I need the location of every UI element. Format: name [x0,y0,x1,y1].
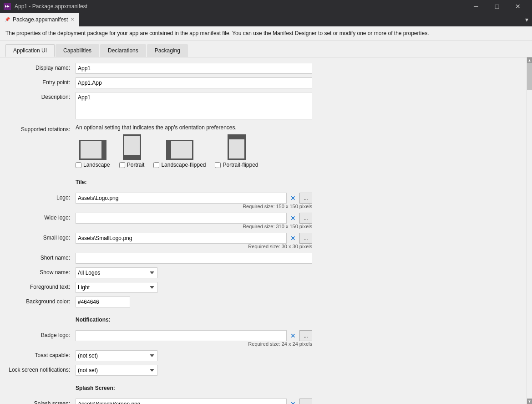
foreground-text-control: Light Dark [76,282,312,293]
show-name-control: No Logos All Logos Logo Only Wide Logo O… [76,267,312,278]
show-name-select[interactable]: No Logos All Logos Logo Only Wide Logo O… [76,267,157,278]
background-color-label: Background color: [7,297,76,305]
wide-logo-browse-button[interactable]: ... [299,213,312,224]
toast-capable-select[interactable]: (not set) Yes No [76,350,157,361]
short-name-row: Short name: [7,253,519,264]
wide-logo-req-size: Required size: 310 x 150 pixels [76,224,312,229]
small-logo-row: Small logo: ✕ ... Required size: 30 x 30… [7,233,519,249]
rotation-portrait-flipped: Portrait-flipped [215,134,258,168]
scrollbar[interactable]: ▲ ▼ [527,57,532,404]
small-logo-control: ✕ ... Required size: 30 x 30 pixels [76,233,312,249]
tab-label: Package.appxmanifest [13,16,68,23]
tab-application-ui[interactable]: Application UI [5,44,55,57]
wide-logo-input[interactable] [76,213,287,224]
tab-dropdown-button[interactable]: ▾ [522,16,532,23]
scroll-down-button[interactable]: ▼ [527,399,532,404]
logo-clear-button[interactable]: ✕ [289,194,298,203]
toast-capable-label: Toast capable: [7,350,76,358]
info-text: The properties of the deployment package… [5,30,429,36]
background-color-input[interactable] [76,297,130,307]
display-name-input[interactable] [76,63,312,74]
notifications-section-header: Notifications: [76,311,312,327]
show-name-label: Show name: [7,267,76,276]
logo-req-size: Required size: 150 x 150 pixels [76,204,312,209]
wide-logo-clear-button[interactable]: ✕ [289,214,298,223]
tab-pin-icon: 📌 [5,17,10,22]
supported-rotations-row: Supported rotations: An optional setting… [7,124,519,170]
badge-logo-label: Badge logo: [7,330,76,338]
entry-point-control [76,77,312,88]
tab-close-icon[interactable]: ✕ [71,17,74,22]
logo-label: Logo: [7,193,76,201]
small-logo-clear-button[interactable]: ✕ [289,234,298,243]
description-input[interactable]: App1 [76,92,312,119]
badge-logo-browse-button[interactable]: ... [299,330,312,341]
badge-logo-input[interactable] [76,330,287,341]
badge-logo-req-size: Required size: 24 x 24 pixels [76,341,312,347]
splash-screen-input-row: ✕ ... [76,399,312,404]
logo-browse-button[interactable]: ... [299,193,312,204]
logo-input[interactable] [76,193,287,204]
tab-bar: 📌 Package.appxmanifest ✕ ▾ [0,13,532,26]
portrait-checkbox[interactable] [119,162,125,168]
scroll-up-button[interactable]: ▲ [527,57,532,63]
restore-button[interactable]: □ [486,0,507,13]
info-bar: The properties of the deployment package… [0,26,532,41]
description-row: Description: App1 [7,92,519,121]
short-name-control [76,253,312,264]
badge-logo-clear-button[interactable]: ✕ [289,331,298,340]
splash-screen-browse-button[interactable]: ... [299,399,312,404]
form-area: Display name: Entry point: Description: … [0,57,527,404]
foreground-text-select[interactable]: Light Dark [76,282,157,293]
tile-section-header: Tile: [76,174,312,189]
wide-logo-input-row: ✕ ... [76,213,312,224]
rotation-landscape-flipped: Landscape-flipped [153,140,206,168]
title-bar: App1 - Package.appxmanifest ─ □ ✕ [0,0,532,13]
splash-screen-control: ✕ ... Required size: 620 x 300 pixels [76,399,312,404]
display-name-control [76,63,312,74]
window-controls: ─ □ ✕ [466,0,528,13]
portrait-flipped-checkbox[interactable] [215,162,221,168]
splash-spacer [7,379,76,381]
notifications-section-row: Notifications: [7,311,519,327]
lock-screen-label: Lock screen notifications: [7,365,76,373]
splash-screen-clear-button[interactable]: ✕ [289,399,298,404]
description-label: Description: [7,92,76,100]
background-color-row: Background color: [7,297,519,307]
toast-capable-row: Toast capable: (not set) Yes No [7,350,519,361]
close-button[interactable]: ✕ [507,0,528,13]
tab-declarations[interactable]: Declarations [100,44,146,57]
badge-logo-input-row: ✕ ... [76,330,312,341]
small-logo-label: Small logo: [7,233,76,241]
tab-packaging[interactable]: Packaging [147,44,188,57]
logo-control: ✕ ... Required size: 150 x 150 pixels [76,193,312,209]
landscape-checkbox[interactable] [76,162,81,168]
splash-section-header: Splash Screen: [76,379,312,395]
app-logo [4,3,11,10]
tile-section-spacer [7,174,76,175]
display-name-label: Display name: [7,63,76,71]
small-logo-browse-button[interactable]: ... [299,233,312,244]
rotations-description: An optional setting that indicates the a… [76,124,312,131]
minimize-button[interactable]: ─ [466,0,486,13]
splash-screen-label: Splash screen: [7,399,76,404]
small-logo-input[interactable] [76,233,287,244]
portrait-checkbox-label: Portrait [127,162,145,168]
entry-point-row: Entry point: [7,77,519,88]
landscape-flipped-checkbox-row: Landscape-flipped [153,162,206,168]
scroll-thumb[interactable] [527,63,532,90]
show-name-row: Show name: No Logos All Logos Logo Only … [7,267,519,278]
lock-screen-select[interactable]: (not set) Badge Badge and Tile Text [76,365,157,376]
supported-rotations-label: Supported rotations: [7,124,76,133]
portrait-checkbox-row: Portrait [119,162,145,168]
short-name-input[interactable] [76,253,312,264]
toast-capable-control: (not set) Yes No [76,350,312,361]
portrait-flipped-icon [228,134,246,160]
tab-package-appxmanifest[interactable]: 📌 Package.appxmanifest ✕ [0,13,79,26]
tab-capabilities[interactable]: Capabilities [56,44,99,57]
entry-point-input[interactable] [76,77,312,88]
portrait-flipped-checkbox-label: Portrait-flipped [223,162,258,168]
landscape-flipped-checkbox[interactable] [153,162,159,168]
portrait-icon [123,134,141,160]
splash-screen-input[interactable] [76,399,287,404]
